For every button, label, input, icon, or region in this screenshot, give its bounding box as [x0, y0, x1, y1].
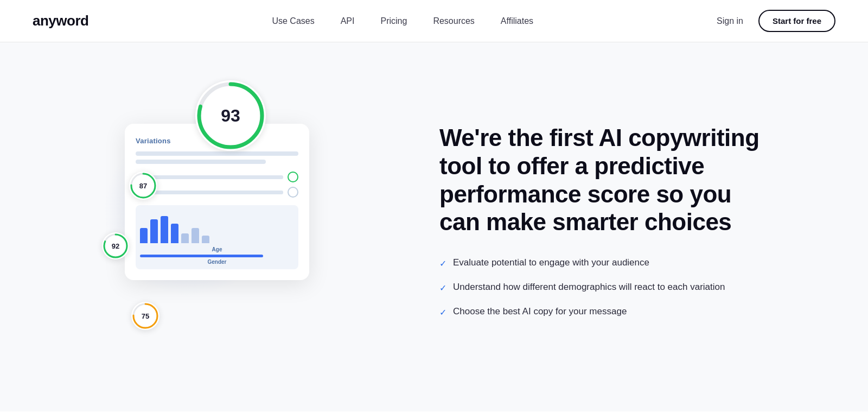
age-label: Age [140, 246, 294, 252]
nav-use-cases[interactable]: Use Cases [272, 16, 314, 26]
nav-affiliates[interactable]: Affiliates [501, 16, 533, 26]
check-rows [136, 172, 298, 198]
check-icon-2: ✓ [439, 282, 446, 295]
feature-text-3: Choose the best AI copy for your message [453, 305, 627, 319]
feature-text-2: Understand how different demographics wi… [453, 280, 725, 294]
score-93-badge: 93 [195, 80, 266, 151]
bar-5 [181, 233, 189, 243]
gender-label: Gender [140, 259, 294, 265]
score-75-badge: 75 [131, 302, 159, 330]
feature-item-3: ✓ Choose the best AI copy for your messa… [439, 305, 776, 319]
check-row-1 [136, 172, 298, 182]
hero-section: 93 Variations [0, 42, 868, 411]
feature-item-1: ✓ Evaluate potential to engage with your… [439, 256, 776, 270]
score-87-value: 87 [139, 182, 147, 190]
bars-container [140, 211, 294, 243]
nav-api[interactable]: API [341, 16, 355, 26]
gender-bar [140, 255, 263, 257]
check-line-2 [148, 191, 283, 194]
nav: Use Cases API Pricing Resources Affiliat… [272, 16, 533, 26]
start-free-button[interactable]: Start for free [758, 10, 835, 32]
score-75-value: 75 [142, 312, 149, 320]
bar-chart: Age Gender [136, 205, 298, 269]
score-92-badge: 92 [102, 232, 129, 259]
nav-resources[interactable]: Resources [433, 16, 474, 26]
check-icon-3: ✓ [439, 306, 446, 319]
sign-in-link[interactable]: Sign in [717, 16, 743, 26]
header-actions: Sign in Start for free [717, 10, 835, 32]
feature-text-1: Evaluate potential to engage with your a… [453, 256, 649, 270]
score-93-value: 93 [221, 106, 240, 126]
check-icon-1: ✓ [439, 257, 446, 270]
bar-3 [161, 216, 168, 243]
bar-1 [140, 228, 148, 243]
bar-7 [202, 236, 209, 243]
line-2 [136, 160, 266, 164]
check-row-2 [136, 187, 298, 198]
feature-item-2: ✓ Understand how different demographics … [439, 280, 776, 295]
bar-2 [150, 219, 158, 243]
hero-heading: We're the first AI copywriting tool to o… [439, 124, 776, 237]
score-92-value: 92 [112, 242, 119, 250]
line-1 [136, 151, 298, 156]
illustration: 93 Variations [92, 80, 396, 363]
logo: anyword [33, 12, 88, 29]
card-lines [136, 151, 298, 164]
check-line-1 [148, 175, 283, 179]
bar-4 [171, 224, 178, 243]
nav-pricing[interactable]: Pricing [380, 16, 407, 26]
score-sm-1 [288, 172, 298, 182]
bar-6 [192, 228, 199, 243]
score-sm-2 [288, 187, 298, 198]
header: anyword Use Cases API Pricing Resources … [0, 0, 868, 42]
feature-list: ✓ Evaluate potential to engage with your… [439, 256, 776, 319]
score-87-badge: 87 [129, 172, 157, 200]
hero-text: We're the first AI copywriting tool to o… [439, 124, 776, 320]
